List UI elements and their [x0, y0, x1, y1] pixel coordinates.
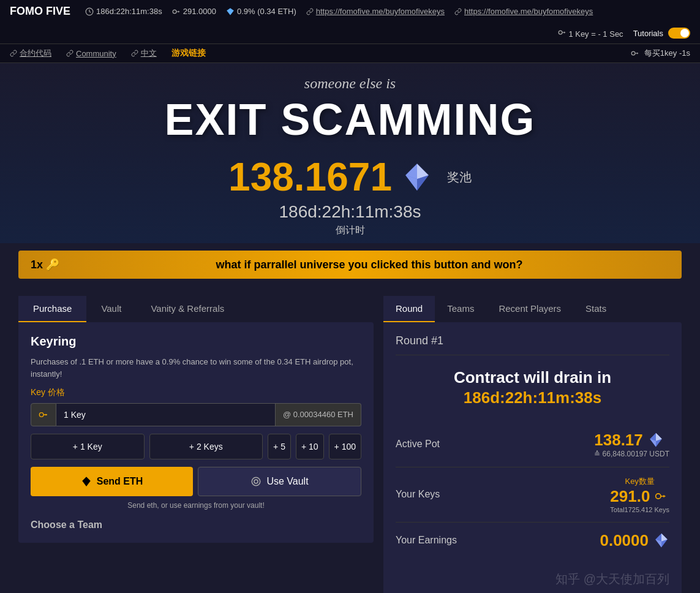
purchase-description: Purchases of .1 ETH or more have a 0.9% …	[31, 356, 361, 380]
clock-icon	[85, 7, 94, 16]
hero-section: someone else is EXIT SCAMMING 138.1671 奖…	[0, 63, 700, 243]
add-2-keys-button[interactable]: + 2 Keys	[149, 434, 263, 459]
brand-logo: FOMO FIVE	[10, 5, 70, 18]
use-vault-button[interactable]: Use Vault	[198, 467, 361, 496]
your-keys-label: Your Keys	[396, 489, 440, 500]
hero-title: EXIT SCAMMING	[10, 94, 690, 145]
sub-nav: 合约代码 Community 中文 游戏链接 每买1key -1s	[0, 44, 700, 63]
round-panel-body: Round #1 Contract will drain in 186d:22h…	[383, 322, 682, 593]
diamond-icon	[226, 7, 235, 16]
tab-round[interactable]: Round	[383, 296, 435, 322]
active-pot-value-group: 138.17 ≙ 66,848.00197 USDT	[594, 431, 669, 458]
tab-vanity-referrals[interactable]: Vanity & Referrals	[136, 296, 239, 322]
jackpot-key-label: 1x 🔑	[31, 258, 59, 271]
prize-pool-row: 138.1671 奖池	[10, 154, 690, 200]
svg-point-12	[252, 477, 261, 486]
nav-right: 1 Key = - 1 Sec Tutorials	[558, 28, 690, 39]
game-links-label: 游戏链接	[171, 48, 206, 59]
key-icon-right	[558, 28, 566, 37]
vault-icon-btn	[250, 476, 262, 487]
your-keys-value: 291.0	[610, 487, 669, 506]
tab-recent-players[interactable]: Recent Players	[486, 296, 573, 322]
add-5-keys-button[interactable]: + 5	[268, 434, 291, 459]
countdown-label: 倒计时	[10, 224, 690, 237]
key-icon-keys	[655, 490, 667, 502]
key-icon-input	[39, 410, 48, 420]
eth-icon-btn	[81, 476, 92, 487]
right-panel: Round Teams Recent Players Stats Round #…	[383, 296, 682, 593]
chinese-link[interactable]: 中文	[131, 48, 157, 59]
your-earnings-label: Your Earnings	[396, 535, 457, 546]
send-note: Send eth, or use earnings from your vaul…	[31, 501, 361, 510]
tutorials-toggle: Tutorials	[633, 28, 690, 39]
link-icon3	[10, 50, 17, 57]
svg-point-1	[173, 10, 176, 13]
svg-point-13	[254, 480, 258, 483]
hero-subtitle: someone else is	[10, 75, 690, 92]
eth-diamond-hero	[402, 162, 432, 192]
keyring-title: Keyring	[31, 334, 361, 349]
main-content: Purchase Vault Vanity & Referrals Keyrin…	[0, 286, 700, 593]
active-pot-label: Active Pot	[396, 439, 440, 450]
tab-vault[interactable]: Vault	[86, 296, 136, 322]
key-count-label: Key数量	[610, 476, 669, 487]
drain-section: Contract will drain in 186d:22h:11m:38s	[396, 368, 669, 407]
tutorials-switch[interactable]	[668, 28, 690, 39]
key-icon	[172, 7, 181, 16]
jackpot-banner[interactable]: 1x 🔑 what if parrallel universe you clic…	[18, 251, 682, 279]
your-earnings-row: Your Earnings 0.0000	[396, 523, 669, 559]
add-1-key-button[interactable]: + 1 Key	[31, 434, 145, 459]
send-eth-button[interactable]: Send ETH	[31, 467, 193, 496]
community-link[interactable]: Community	[66, 49, 116, 58]
link2-nav[interactable]: https://fomofive.me/buyfomofivekeys	[454, 7, 593, 16]
add-10-keys-button[interactable]: + 10	[296, 434, 324, 459]
svg-point-3	[559, 31, 562, 34]
buy-instruction: 每买1key -1s	[631, 48, 690, 59]
drain-countdown: 186d:22h:11m:38s	[396, 388, 669, 407]
top-nav: FOMO FIVE 186d:22h:11m:38s 291.0000 0.9%…	[0, 0, 700, 44]
your-keys-value-group: Key数量 291.0 Total1725.412 Keys	[610, 476, 669, 513]
contract-code-link[interactable]: 合约代码	[10, 48, 51, 59]
svg-point-4	[631, 51, 635, 55]
key-total-label: Total1725.412 Keys	[610, 506, 669, 513]
active-pot-usdt: ≙ 66,848.00197 USDT	[594, 450, 669, 458]
left-tab-bar: Purchase Vault Vanity & Referrals	[18, 296, 374, 322]
link-icon	[306, 8, 314, 15]
key-quantity-input[interactable]	[56, 403, 276, 426]
eth-diamond-pot	[648, 432, 664, 448]
watermark-text: 知乎 @大天使加百列	[396, 571, 669, 587]
prize-amount: 138.1671	[228, 154, 392, 200]
key-input-icon	[31, 403, 56, 426]
tab-teams[interactable]: Teams	[435, 296, 486, 322]
key-add-buttons: + 1 Key + 2 Keys + 5 + 10 + 100	[31, 434, 361, 459]
link-icon4	[66, 50, 73, 57]
eth-diamond-earnings	[653, 532, 669, 548]
link1-nav[interactable]: https://fomofive.me/buyfomofivekeys	[306, 7, 445, 16]
drain-text: Contract will drain in	[396, 368, 669, 388]
prize-label: 奖池	[447, 169, 472, 186]
svg-marker-11	[82, 477, 91, 486]
round-title: Round #1	[396, 334, 669, 355]
link-icon2	[454, 8, 462, 15]
active-pot-row: Active Pot 138.17 ≙ 66,848.00197 USDT	[396, 422, 669, 467]
key-info: 1 Key = - 1 Sec	[558, 28, 623, 39]
pot-stat: 0.9% (0.34 ETH)	[226, 7, 296, 16]
right-tab-bar: Round Teams Recent Players Stats	[383, 296, 682, 322]
your-earnings-value: 0.0000	[600, 531, 669, 550]
key-price-label: Key 价格	[31, 387, 361, 398]
svg-marker-2	[227, 8, 234, 15]
keys-stat: 291.0000	[172, 7, 216, 16]
svg-point-17	[656, 494, 661, 499]
key-icon-sub	[631, 49, 639, 58]
action-buttons: Send ETH Use Vault	[31, 467, 361, 496]
add-100-keys-button[interactable]: + 100	[329, 434, 361, 459]
svg-point-10	[39, 413, 43, 417]
active-pot-value: 138.17	[594, 431, 669, 450]
choose-team-label: Choose a Team	[31, 519, 361, 531]
key-price-display: @ 0.00034460 ETH	[276, 403, 361, 426]
left-panel: Purchase Vault Vanity & Referrals Keyrin…	[18, 296, 374, 593]
link-icon5	[131, 50, 138, 57]
tab-stats[interactable]: Stats	[573, 296, 619, 322]
your-keys-row: Your Keys Key数量 291.0 Total1725.412 Keys	[396, 467, 669, 523]
tab-purchase[interactable]: Purchase	[18, 296, 86, 322]
